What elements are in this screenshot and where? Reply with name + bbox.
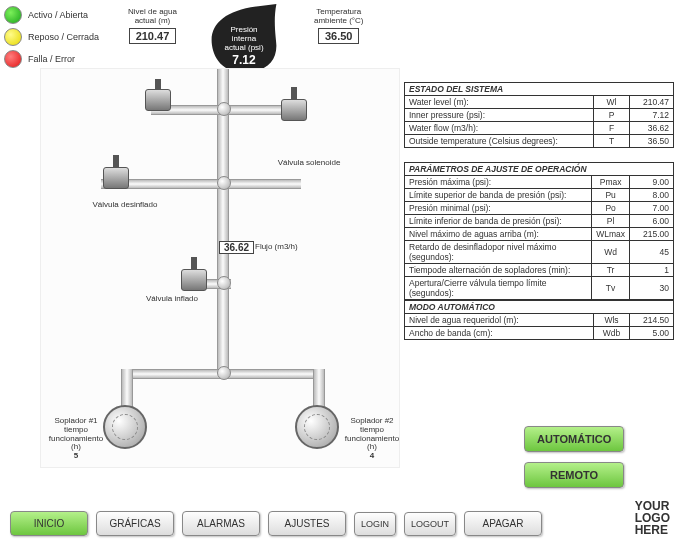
row-label: Límite inferior de banda de presión (psi…	[405, 215, 592, 228]
legend-active: Activo / Abierta	[28, 10, 88, 20]
row-value: 214.50	[630, 314, 674, 327]
estado-row: Inner pressure (psi):P7.12	[405, 109, 674, 122]
bottom-toolbar: INICIO GRÁFICAS ALARMAS AJUSTES LOGIN LO…	[10, 511, 542, 536]
row-value: 7.00	[630, 202, 674, 215]
estado-title: ESTADO DEL SISTEMA	[405, 83, 674, 96]
status-dot-error-icon	[4, 50, 22, 68]
parametros-row: Retardo de desinfladopor nivel máximo (s…	[405, 241, 674, 264]
row-value: 45	[630, 241, 674, 264]
reading-pressure-value: 7.12	[198, 54, 290, 67]
reading-ambient-temp-label: Temperatura ambiente (°C)	[314, 8, 363, 26]
legend-error: Falla / Error	[28, 54, 75, 64]
alarmas-button[interactable]: ALARMAS	[182, 511, 260, 536]
legend-idle: Reposo / Cerrada	[28, 32, 99, 42]
row-label: Water level (m):	[405, 96, 594, 109]
row-value: 9.00	[630, 176, 674, 189]
row-label: Tiempode alternación de sopladores (min)…	[405, 264, 592, 277]
row-label: Ancho de banda (cm):	[405, 327, 594, 340]
estado-row: Water level (m):Wl210.47	[405, 96, 674, 109]
blower-1-icon	[103, 405, 147, 449]
valve-solenoid-icon	[281, 99, 307, 121]
graficas-button[interactable]: GRÁFICAS	[96, 511, 174, 536]
row-value: 5.00	[630, 327, 674, 340]
logout-button[interactable]: LOGOUT	[404, 512, 456, 536]
row-symbol: Tv	[592, 277, 630, 300]
row-symbol: T	[594, 135, 630, 148]
reading-flow-value: 36.62	[219, 241, 254, 254]
ajustes-button[interactable]: AJUSTES	[268, 511, 346, 536]
row-value: 30	[630, 277, 674, 300]
apagar-button[interactable]: APAGAR	[464, 511, 542, 536]
row-symbol: Wd	[592, 241, 630, 264]
row-label: Outside temperature (Celsius degrees):	[405, 135, 594, 148]
valve-icon	[145, 89, 171, 111]
table-parametros: PARÁMETROS DE AJUSTE DE OPERACIÓN Presió…	[404, 162, 674, 313]
row-symbol: Tr	[592, 264, 630, 277]
table-auto: MODO AUTOMÁTICO Nivel de agua requeridol…	[404, 300, 674, 340]
row-label: Límite superior de banda de presión (psi…	[405, 189, 592, 202]
row-label: Retardo de desinfladopor nivel máximo (s…	[405, 241, 592, 264]
parametros-row: Apertura/Cierre válvula tiempo límite (s…	[405, 277, 674, 300]
reading-flow-label: Flujo (m3/h)	[255, 243, 315, 252]
table-estado: ESTADO DEL SISTEMA Water level (m):Wl210…	[404, 82, 674, 148]
row-value: 210.47	[630, 96, 674, 109]
row-label: Apertura/Cierre válvula tiempo límite (s…	[405, 277, 592, 300]
parametros-row: Límite superior de banda de presión (psi…	[405, 189, 674, 202]
row-value: 8.00	[630, 189, 674, 202]
blower-2-hours: 4	[370, 451, 374, 460]
reading-ambient-temp: Temperatura ambiente (°C) 36.50	[314, 8, 363, 44]
parametros-row: Tiempode alternación de sopladores (min)…	[405, 264, 674, 277]
blower-2-icon	[295, 405, 339, 449]
row-label: Water flow (m3/h):	[405, 122, 594, 135]
reading-water-level: Nivel de agua actual (m) 210.47	[128, 8, 177, 44]
label-valve-solenoid: Válvula solenoide	[269, 159, 349, 168]
reading-ambient-temp-value: 36.50	[318, 28, 360, 44]
row-symbol: Pmax	[592, 176, 630, 189]
row-value: 6.00	[630, 215, 674, 228]
row-symbol: Wls	[594, 314, 630, 327]
row-label: Nivel máximo de aguas arriba (m):	[405, 228, 592, 241]
status-dot-active-icon	[4, 6, 22, 24]
row-label: Nivel de agua requeridol (m):	[405, 314, 594, 327]
logo-placeholder: YOUR LOGO HERE	[635, 500, 670, 536]
row-label: Inner pressure (psi):	[405, 109, 594, 122]
blower-1-hours: 5	[74, 451, 78, 460]
auto-row: Ancho de banda (cm):Wdb5.00	[405, 327, 674, 340]
valve-inflate-icon	[181, 269, 207, 291]
row-symbol: Pu	[592, 189, 630, 202]
valve-deflate-icon	[103, 167, 129, 189]
row-symbol: Wdb	[594, 327, 630, 340]
inicio-button[interactable]: INICIO	[10, 511, 88, 536]
label-blower-2: Soplador #2 tiempo funcionamiento (h) 4	[341, 417, 403, 461]
row-value: 36.50	[630, 135, 674, 148]
parametros-row: Presión máxima (psi):Pmax9.00	[405, 176, 674, 189]
parametros-row: Presión minimal (psi):Po7.00	[405, 202, 674, 215]
row-symbol: P	[594, 109, 630, 122]
row-label: Presión minimal (psi):	[405, 202, 592, 215]
estado-row: Outside temperature (Celsius degrees):T3…	[405, 135, 674, 148]
auto-title: MODO AUTOMÁTICO	[405, 301, 674, 314]
reading-pressure-drop: Presión interna actual (psi) 7.12	[198, 4, 290, 76]
auto-row: Nivel de agua requeridol (m):Wls214.50	[405, 314, 674, 327]
row-symbol: F	[594, 122, 630, 135]
label-blower-1: Soplador #1 tiempo funcionamiento (h) 5	[45, 417, 107, 461]
row-symbol: Pl	[592, 215, 630, 228]
parametros-row: Nivel máximo de aguas arriba (m):WLmax21…	[405, 228, 674, 241]
label-valve-inflate: Válvula inflado	[137, 295, 207, 304]
row-symbol: WLmax	[592, 228, 630, 241]
reading-water-level-value: 210.47	[129, 28, 177, 44]
parametros-row: Límite inferior de banda de presión (psi…	[405, 215, 674, 228]
estado-row: Water flow (m3/h):F36.62	[405, 122, 674, 135]
reading-water-level-label: Nivel de agua actual (m)	[128, 8, 177, 26]
row-symbol: Wl	[594, 96, 630, 109]
row-value: 1	[630, 264, 674, 277]
status-legend: Activo / Abierta Reposo / Cerrada Falla …	[4, 6, 99, 72]
login-button[interactable]: LOGIN	[354, 512, 396, 536]
remoto-button[interactable]: REMOTO	[524, 462, 624, 488]
parametros-title: PARÁMETROS DE AJUSTE DE OPERACIÓN	[405, 163, 674, 176]
row-value: 7.12	[630, 109, 674, 122]
row-label: Presión máxima (psi):	[405, 176, 592, 189]
row-symbol: Po	[592, 202, 630, 215]
reading-pressure-label: Presión interna actual (psi)	[198, 26, 290, 52]
automatico-button[interactable]: AUTOMÁTICO	[524, 426, 624, 452]
